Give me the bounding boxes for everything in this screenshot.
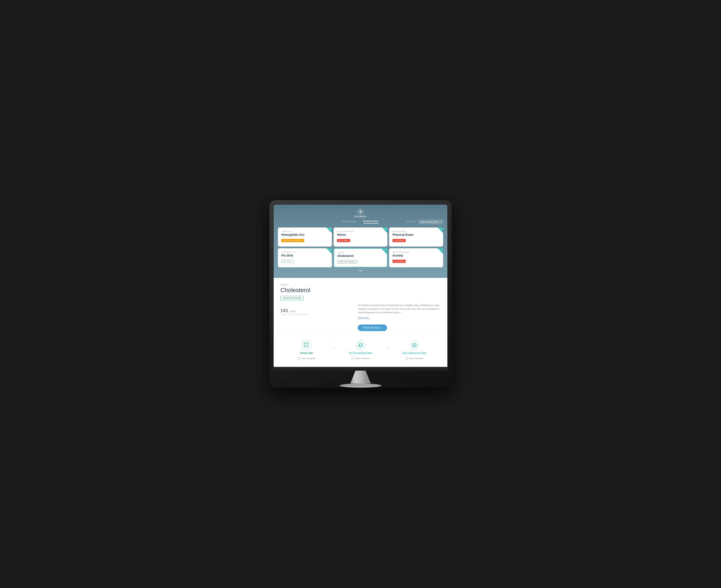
card-category-anxiety: MIND AND BODY: [393, 251, 440, 253]
card-category-physical: PREVENTION: [393, 230, 440, 232]
mark-complete-label-great-job: Mark Complete: [301, 357, 316, 359]
pin-icon-hemoglobin: ✚: [330, 228, 331, 230]
badge-anxiety: ⚠AT RISK: [393, 260, 406, 263]
card-category-hemoglobin: DIABETES: [281, 230, 328, 232]
divider-diamond-1: ◆: [333, 347, 335, 349]
checkbox-balanced-diet[interactable]: [405, 357, 408, 360]
action-steps-row: Great Job! Mark Complete ◆: [280, 338, 441, 362]
action-step-label-try-new: Try Something New: [348, 352, 372, 355]
mark-complete-label-try-new: Mark Complete: [355, 357, 369, 359]
pin-icon-cholesterol: ✚: [385, 249, 386, 251]
show-more-link[interactable]: Show more...: [358, 317, 370, 319]
chevron-container: [278, 267, 443, 272]
svg-point-8: [356, 340, 365, 350]
health-cross-icon: [358, 209, 363, 215]
detail-value: 141 mg/dL: [280, 308, 349, 313]
refresh-icon-2: [410, 340, 419, 350]
svg-point-9: [410, 340, 419, 350]
card-name-hemoglobin: Hemoglobin A1c: [281, 233, 328, 236]
action-step-try-new: Try Something New Mark Complete: [335, 338, 387, 362]
sort-select[interactable]: Most Recently Added Alphabetical Status: [419, 220, 443, 224]
card-category-cholesterol: HEART: [337, 252, 384, 254]
chevron-down-icon: [358, 269, 363, 272]
your-details-button[interactable]: YOUR DETAILS ›: [358, 324, 387, 331]
pin-icon-anxiety: ✚: [441, 249, 443, 251]
sort-by-label: SORT BY:: [406, 221, 417, 223]
screen: PINNED Action Steps Health Items SORT BY…: [274, 205, 447, 370]
warning-icon-anxiety: ⚠: [394, 260, 396, 262]
badge-hemoglobin: EXISITING DIABETES: [281, 239, 304, 242]
svg-rect-2: [359, 211, 362, 212]
card-category-stress: MIND AND BODY: [337, 230, 384, 232]
pin-icon-physical: ✚: [441, 228, 443, 230]
svg-rect-7: [306, 345, 309, 347]
stand-neck: [348, 371, 373, 383]
mark-complete-great-job[interactable]: Mark Complete: [298, 357, 316, 360]
mark-complete-label-balanced-diet: Mark Complete: [409, 357, 424, 359]
grid-icon: [302, 340, 311, 350]
detail-section: HEART Cholesterol HEALTHY RANGE 141 mg/d…: [274, 278, 447, 335]
detail-right: Your blood test showed that your cholest…: [358, 303, 441, 331]
action-step-balanced-diet: Eat a Balanced Diet Mark Complete: [388, 338, 441, 362]
great-job-icon-wrap: [302, 340, 311, 350]
card-anxiety[interactable]: ✚ MIND AND BODY Anxiety ⚠AT RISK: [389, 248, 443, 267]
mark-complete-balanced-diet[interactable]: Mark Complete: [405, 357, 424, 360]
mark-complete-try-new[interactable]: Mark Complete: [352, 357, 369, 360]
card-hemoglobin[interactable]: ✚ DIABETES Hemoglobin A1c EXISITING DIAB…: [278, 228, 332, 247]
svg-rect-3: [302, 340, 311, 350]
monitor: PINNED Action Steps Health Items SORT BY…: [270, 201, 451, 387]
detail-ideal: IDEAL: LESS THAN 200MG/DL: [280, 314, 349, 316]
action-step-label-great-job: Great Job!: [300, 352, 313, 355]
detail-left: 141 mg/dL IDEAL: LESS THAN 200MG/DL: [280, 303, 349, 316]
pinned-title: PINNED: [354, 215, 367, 218]
card-name-cholesterol: Cholesterol: [337, 254, 384, 257]
card-name-physical: Physical Exam: [393, 233, 440, 236]
detail-content: 141 mg/dL IDEAL: LESS THAN 200MG/DL Your…: [280, 303, 441, 331]
checkbox-great-job[interactable]: [298, 357, 300, 360]
monitor-chin: [274, 367, 447, 370]
try-new-icon-wrap: [356, 340, 365, 350]
action-steps-section: Great Job! Mark Complete ◆: [274, 335, 447, 367]
card-flu-shot[interactable]: ✚ PREVENTION Flu Shot HISTORY: [278, 248, 332, 267]
pin-icon-stress: ✚: [385, 228, 387, 230]
card-cholesterol[interactable]: ✚ HEART Cholesterol HEALTHY RANGE: [334, 248, 388, 267]
svg-rect-6: [304, 345, 306, 347]
card-name-anxiety: Anxiety: [393, 254, 440, 257]
action-step-label-balanced-diet: Eat a Balanced Diet: [403, 352, 426, 355]
refresh-icon-1: [356, 340, 365, 350]
pin-icon-flu: ✚: [330, 249, 331, 251]
divider-diamond-2: ◆: [386, 347, 388, 349]
svg-rect-5: [306, 342, 309, 344]
warning-icon-physical: ⚠: [394, 239, 396, 241]
card-name-flu: Flu Shot: [281, 254, 328, 257]
tab-health-items[interactable]: Health Items: [363, 220, 378, 224]
checkbox-try-new[interactable]: [352, 357, 354, 360]
badge-cholesterol: HEALTHY RANGE: [337, 260, 357, 264]
action-step-great-job: Great Job! Mark Complete: [280, 338, 333, 362]
detail-description: Your blood test showed that your cholest…: [358, 303, 441, 314]
cards-grid: ✚ DIABETES Hemoglobin A1c EXISITING DIAB…: [278, 228, 443, 267]
badge-physical: ⚠AT RISK: [393, 239, 406, 242]
card-stress[interactable]: ✚ MIND AND BODY Stress ⚠AT RISK: [334, 228, 388, 247]
card-name-stress: Stress: [337, 233, 384, 236]
badge-stress: ⚠AT RISK: [337, 239, 350, 242]
card-category-flu: PREVENTION: [281, 251, 328, 253]
stand-base: [339, 383, 382, 387]
detail-category: HEART: [280, 284, 441, 286]
svg-rect-4: [304, 342, 306, 344]
detail-badge: HEALTHY RANGE: [280, 296, 303, 300]
pinned-logo: PINNED: [278, 209, 443, 218]
sort-select-wrapper: Most Recently Added Alphabetical Status: [419, 219, 443, 224]
sort-by-container: SORT BY: Most Recently Added Alphabetica…: [406, 219, 443, 224]
card-physical-exam[interactable]: ✚ PREVENTION Physical Exam ⚠AT RISK: [389, 228, 443, 247]
balanced-diet-icon-wrap: [410, 340, 419, 350]
pinned-section: PINNED Action Steps Health Items SORT BY…: [274, 205, 447, 278]
screen-bezel: PINNED Action Steps Health Items SORT BY…: [273, 204, 448, 371]
detail-title: Cholesterol: [280, 287, 441, 294]
tabs-row: Action Steps Health Items SORT BY: Most …: [278, 220, 443, 224]
warning-icon-stress: ⚠: [339, 239, 340, 241]
badge-flu: HISTORY: [281, 259, 293, 263]
tab-action-steps[interactable]: Action Steps: [342, 220, 357, 224]
detail-unit: mg/dL: [290, 310, 296, 312]
